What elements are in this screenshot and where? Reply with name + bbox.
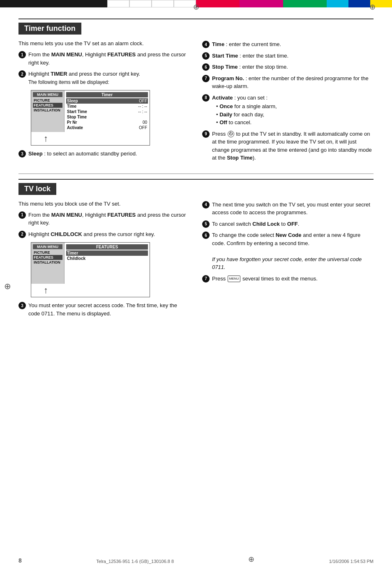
step7-num: 7	[202, 75, 210, 82]
section2-step7: 7 Press MENU several times to exit the m…	[202, 275, 374, 283]
s2-step5-num: 5	[202, 220, 210, 228]
step5-num: 5	[202, 52, 210, 60]
step3-num: 3	[18, 150, 26, 157]
step9-num: 9	[202, 130, 210, 138]
section2-step2: 2 Highlight CHILDLOCK and press the curs…	[18, 230, 190, 239]
section2-rule	[18, 179, 374, 180]
section2-step1: 1 From the MAIN MENU, Highlight FEATURES…	[18, 211, 190, 227]
section1-rule	[18, 19, 374, 19]
section2-step3: 3 You must enter your secret access code…	[18, 301, 190, 317]
section2-right: 4 The next time you switch on the TV set…	[202, 201, 374, 321]
footer-right: 1/16/2006 1:54:53 PM	[329, 559, 374, 564]
s2-menu-arrow: ↑	[31, 284, 150, 297]
s2-menu-right-panel: FEATURES Timer Childlock	[64, 243, 150, 284]
activate-daily: Daily for each day,	[216, 111, 374, 119]
s2-step7-num: 7	[202, 275, 210, 283]
footer-left: Telra_12536-951 1-6 (GB)_130106.8 8	[96, 559, 174, 564]
top-binding-symbol: ⊕	[0, 2, 392, 12]
section1-step3: 3 Sleep : to select an automatic standby…	[18, 150, 190, 158]
step1-num: 1	[18, 51, 26, 58]
s2-step3-text: You must enter your secret access code. …	[28, 301, 190, 317]
top-right-binding-symbol: ⊕	[369, 2, 376, 12]
section1-left: This menu lets you use the TV set as an …	[18, 40, 190, 165]
timer-row-stoptime: Stop Time	[66, 114, 148, 120]
s2-menu-item-picture: PICTURE	[33, 250, 62, 255]
s2-main-menu-title: MAIN MENU	[33, 244, 62, 249]
section2-menu-diagram: MAIN MENU PICTURE FEATURES INSTALLATION …	[31, 242, 150, 297]
section1-step2: 2 Highlight TIMER and press the cursor r…	[18, 70, 190, 86]
step8-num: 8	[202, 94, 210, 102]
menu-right-panel: Timer Sleep OFF Time -- : -- Start Time …	[64, 90, 150, 132]
menu-item-picture: PICTURE	[33, 98, 62, 103]
s2-step6-num: 6	[202, 232, 210, 239]
main-menu-title: MAIN MENU	[33, 92, 62, 97]
section1-step4: 4 Time : enter the current time.	[202, 40, 374, 49]
step7-text: Program No. : enter the number of the de…	[212, 74, 374, 90]
s2-menu-left-panel: MAIN MENU PICTURE FEATURES INSTALLATION	[31, 243, 64, 284]
menu-left-panel: MAIN MENU PICTURE FEATURES INSTALLATION	[31, 90, 64, 132]
section2-intro: This menu lets you block use of the TV s…	[18, 201, 190, 207]
s2-step3-num: 3	[18, 302, 26, 309]
step2-text: Highlight TIMER and press the cursor rig…	[28, 70, 190, 86]
section2-title-box: TV lock	[18, 183, 56, 195]
page-footer: 8 Telra_12536-951 1-6 (GB)_130106.8 8 ⊕ …	[0, 555, 392, 564]
section1-menu-diagram: MAIN MENU PICTURE FEATURES INSTALLATION …	[31, 90, 150, 146]
section1-content: This menu lets you use the TV set as an …	[18, 40, 374, 165]
section1-step9: 9 Press ⏻ to put the TV set in standby. …	[202, 130, 374, 162]
section2-step6: 6 To change the code select New Code and…	[202, 231, 374, 271]
section1-title-box: Timer function	[18, 23, 81, 35]
section1-intro: This menu lets you use the TV set as an …	[18, 40, 190, 46]
page-content: Timer function This menu lets you use th…	[0, 12, 392, 335]
step1-text: From the MAIN MENU, Highlight FEATURES a…	[28, 51, 190, 67]
section1-step6: 6 Stop Time : enter the stop time.	[202, 63, 374, 71]
menu-arrow: ↑	[31, 132, 150, 145]
section1-step5: 5 Start Time : enter the start time.	[202, 52, 374, 60]
page-number: 8	[18, 557, 22, 564]
s2-step6-text: To change the code select New Code and e…	[212, 231, 374, 271]
s2-step2-num: 2	[18, 231, 26, 238]
s2-step5-text: To cancel switch Child Lock to OFF.	[212, 220, 374, 228]
timer-row-sleep: Sleep OFF	[66, 98, 148, 104]
section2-separator	[18, 174, 374, 174]
s2-step2-text: Highlight CHILDLOCK and press the cursor…	[28, 230, 190, 239]
s2-row-timer: Timer	[66, 250, 148, 256]
panel-title-timer: Timer	[66, 92, 148, 97]
s2-menu-item-installation: INSTALLATION	[33, 260, 62, 265]
s2-panel-title: FEATURES	[66, 244, 148, 250]
step2-sub: The following items will be displayed:	[28, 79, 109, 85]
step5-text: Start Time : enter the start time.	[212, 52, 374, 60]
step3-text: Sleep : to select an automatic standby p…	[28, 150, 190, 158]
step2-num: 2	[18, 70, 26, 78]
section1-step7: 7 Program No. : enter the number of the …	[202, 74, 374, 90]
timer-row-time: Time -- : --	[66, 104, 148, 109]
activate-off: Off to cancel.	[216, 118, 374, 127]
s2-step4-text: The next time you switch on the TV set, …	[212, 201, 374, 217]
footer-symbol: ⊕	[248, 555, 254, 564]
step4-text: Time : enter the current time.	[212, 40, 374, 49]
timer-row-activate: Activate OFF	[66, 125, 148, 130]
left-binding-marker: ⊕	[4, 281, 11, 291]
menu-item-features: FEATURES	[33, 103, 62, 108]
section1-step8: 8 Activate : you can set : Once for a si…	[202, 94, 374, 127]
s2-step4-num: 4	[202, 201, 210, 208]
s2-step1-text: From the MAIN MENU, Highlight FEATURES a…	[28, 211, 190, 227]
section2-step4: 4 The next time you switch on the TV set…	[202, 201, 374, 217]
s2-step1-num: 1	[18, 211, 26, 219]
s2-menu-item-features: FEATURES	[33, 255, 62, 260]
step9-text: Press ⏻ to put the TV set in standby. It…	[212, 130, 374, 162]
section2-left: This menu lets you block use of the TV s…	[18, 201, 190, 321]
menu-item-installation: INSTALLATION	[33, 108, 62, 113]
activate-once: Once for a single alarm,	[216, 102, 374, 111]
step8-text: Activate : you can set : Once for a sing…	[212, 94, 374, 127]
section2-content: This menu lets you block use of the TV s…	[18, 201, 374, 321]
section2-step5: 5 To cancel switch Child Lock to OFF.	[202, 220, 374, 228]
timer-row-prnr: Pr Nr 00	[66, 120, 148, 125]
s2-row-childlock: Childlock	[66, 256, 148, 261]
activate-sublist: Once for a single alarm, Daily for each …	[212, 102, 374, 127]
section1-step1: 1 From the MAIN MENU, Highlight FEATURES…	[18, 51, 190, 67]
timer-row-starttime: Start Time -- : --	[66, 109, 148, 114]
step6-num: 6	[202, 63, 210, 71]
s2-step6-italic: If you have forgotten your secret code, …	[212, 256, 362, 271]
step6-text: Stop Time : enter the stop time.	[212, 63, 374, 71]
s2-step7-text: Press MENU several times to exit the men…	[212, 275, 374, 283]
